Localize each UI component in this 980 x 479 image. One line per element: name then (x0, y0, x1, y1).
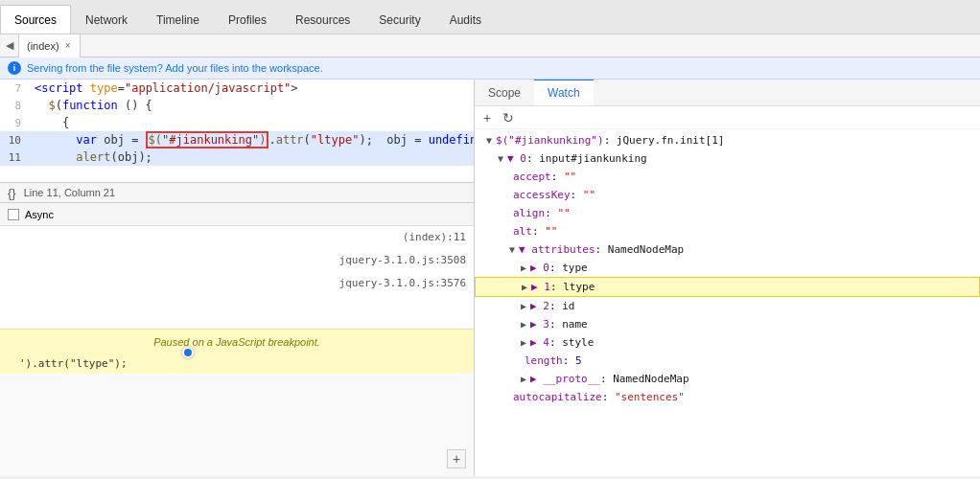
main-area: 7 <script type="application/javascript">… (0, 80, 980, 476)
async-checkbox[interactable] (8, 209, 19, 220)
cursor-dot (182, 347, 194, 358)
tab-resources[interactable]: Resources (281, 5, 364, 34)
tree-item-attr-1[interactable]: ▶ 1 : ltype (475, 277, 980, 297)
prop-name-attributes: ▼ attributes (519, 241, 595, 258)
arrow-proto[interactable] (521, 371, 526, 387)
paused-text: Paused on a JavaScript breakpoint. (153, 336, 320, 348)
arrow-attr-1[interactable] (522, 279, 527, 295)
snippet-area: ').attr("ltype"); (0, 354, 474, 374)
add-watch-button[interactable]: + (447, 449, 466, 468)
tree-item-attr-3[interactable]: ▶ 3 : name (475, 315, 980, 333)
tree-item-root[interactable]: $("#jiankunking") : jQuery.fn.init[1] (475, 131, 980, 149)
prop-val-align: : "" (545, 205, 571, 221)
arrow-attr-2[interactable] (521, 298, 526, 314)
prop-name-autocap: autocapitalize (513, 389, 602, 405)
tree-item-align: align : "" (475, 204, 980, 222)
tab-security[interactable]: Security (364, 5, 434, 34)
prop-val-accept: : "" (551, 169, 577, 185)
prop-name-length: length (525, 353, 563, 369)
prop-name-accesskey: accessKey (513, 187, 571, 203)
prop-name-0: ▼ 0 (507, 150, 526, 167)
scope-watch-tabs: Scope Watch (475, 80, 980, 106)
right-panel: Scope Watch + ↻ $("#jiankunking") : jQue… (475, 80, 980, 476)
tree-item-attr-2[interactable]: ▶ 2 : id (475, 297, 980, 315)
tab-watch[interactable]: Watch (534, 80, 594, 105)
prop-name-align: align (513, 205, 545, 221)
line-num-9: 9 (0, 117, 29, 129)
call-stack-item-2[interactable]: jquery-3.1.0.js:3576 (0, 272, 474, 295)
watch-toolbar: + ↻ (475, 106, 980, 129)
async-bar: Async (0, 203, 474, 226)
tree-item-accesskey: accessKey : "" (475, 186, 980, 204)
prop-val-root: : jQuery.fn.init[1] (604, 132, 725, 148)
call-stack: (index):11 jquery-3.1.0.js:3508 jquery-3… (0, 226, 474, 329)
prop-name-attr-2: ▶ 2 (530, 298, 549, 314)
prop-name-attr-0: ▶ 0 (530, 260, 549, 276)
prop-val-attributes: : NamedNodeMap (595, 241, 685, 258)
code-editor[interactable]: 7 <script type="application/javascript">… (0, 80, 474, 182)
file-tab-close[interactable]: × (63, 39, 73, 52)
info-message: Serving from the file system? Add your f… (27, 62, 323, 74)
prop-val-length: : 5 (563, 353, 582, 369)
left-panel: 7 <script type="application/javascript">… (0, 80, 475, 476)
arrow-attr-3[interactable] (521, 316, 526, 332)
add-expression-btn[interactable]: + (480, 109, 494, 126)
prop-val-accesskey: : "" (571, 187, 596, 203)
file-tab-bar: ◀ (index) × (0, 34, 980, 57)
top-tab-bar: Sources Network Timeline Profiles Resour… (0, 0, 980, 34)
tab-audits[interactable]: Audits (435, 5, 496, 34)
line-num-11: 11 (0, 151, 29, 164)
snippet-text: ').attr("ltype"); (19, 357, 128, 370)
call-stack-item-1[interactable]: jquery-3.1.0.js:3508 (0, 249, 474, 272)
file-nav-icon: ◀ (0, 34, 19, 57)
tree-item-attr-4[interactable]: ▶ 4 : style (475, 333, 980, 352)
prop-name-proto: ▶ __proto__ (530, 371, 600, 387)
prop-val-proto: : NamedNodeMap (600, 371, 689, 387)
prop-val-attr-0: : type (549, 260, 588, 276)
tab-sources[interactable]: Sources (0, 5, 71, 34)
line-content-10: var obj = $("#jiankunking").attr("ltype"… (29, 133, 474, 147)
status-text: Line 11, Column 21 (24, 187, 115, 198)
code-line-10: 10 var obj = $("#jiankunking").attr("lty… (0, 131, 474, 148)
prop-val-attr-4: : style (549, 334, 594, 351)
prop-name-attr-4: ▶ 4 (530, 334, 549, 351)
prop-name-root: $("#jiankunking") (496, 132, 604, 148)
tree-item-0[interactable]: ▼ 0 : input#jiankunking (475, 149, 980, 168)
prop-name-accept: accept (513, 169, 551, 185)
status-bar: {} Line 11, Column 21 (0, 182, 474, 203)
refresh-btn[interactable]: ↻ (500, 109, 517, 126)
info-bar: i Serving from the file system? Add your… (0, 57, 980, 80)
call-stack-item-0[interactable]: (index):11 (0, 226, 474, 249)
arrow-attributes[interactable] (509, 241, 515, 258)
info-icon: i (8, 61, 21, 75)
curly-icon: {} (8, 186, 16, 200)
line-content-8: $(function () { (29, 99, 152, 112)
arrow-0[interactable] (498, 150, 503, 167)
tree-item-attributes[interactable]: ▼ attributes : NamedNodeMap (475, 240, 980, 259)
tree-item-proto[interactable]: ▶ __proto__ : NamedNodeMap (475, 370, 980, 388)
arrow-attr-0[interactable] (521, 260, 526, 276)
tab-profiles[interactable]: Profiles (214, 5, 281, 34)
code-line-11: 11 alert(obj); (0, 148, 474, 166)
line-content-11: alert(obj); (29, 150, 152, 164)
tree-item-attr-0[interactable]: ▶ 0 : type (475, 259, 980, 277)
code-line-8: 8 $(function () { (0, 97, 474, 114)
tab-network[interactable]: Network (71, 5, 142, 34)
tab-scope[interactable]: Scope (475, 80, 534, 105)
prop-name-alt: alt (513, 223, 532, 240)
prop-val-attr-1: : ltype (550, 279, 595, 295)
prop-val-attr-3: : name (549, 316, 588, 332)
prop-val-autocap: : "sentences" (602, 389, 685, 405)
arrow-attr-4[interactable] (521, 334, 526, 351)
watch-tree[interactable]: $("#jiankunking") : jQuery.fn.init[1] ▼ … (475, 129, 980, 476)
left-bottom-spacer: + (0, 374, 474, 476)
line-num-7: 7 (0, 82, 29, 95)
arrow-root[interactable] (486, 132, 492, 148)
prop-name-attr-1: ▶ 1 (531, 279, 550, 295)
prop-val-alt: : "" (532, 223, 558, 240)
code-line-9: 9 { (0, 114, 474, 131)
line-num-10: 10 (0, 134, 29, 147)
file-tab-index[interactable]: (index) × (19, 34, 81, 57)
tab-timeline[interactable]: Timeline (142, 5, 214, 34)
line-num-8: 8 (0, 100, 29, 112)
